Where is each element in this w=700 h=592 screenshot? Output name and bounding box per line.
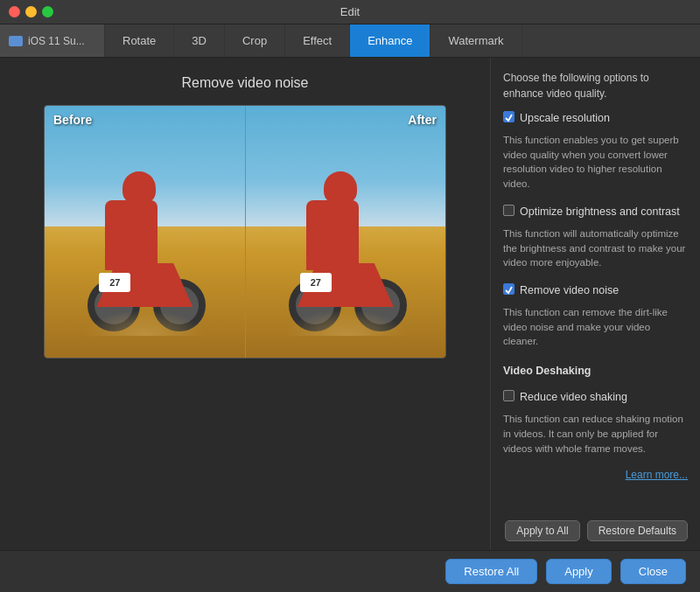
rider-shape-before: 27 bbox=[83, 165, 206, 340]
after-image: 27 bbox=[246, 106, 446, 358]
upscale-desc: This function enables you to get superb … bbox=[503, 133, 688, 192]
option-upscale-row: Upscale resolution bbox=[503, 110, 688, 126]
before-image: 27 bbox=[45, 106, 245, 358]
tab-watermark[interactable]: Watermark bbox=[430, 24, 522, 57]
deshake-desc: This function can reduce shaking motion … bbox=[503, 412, 688, 456]
apply-to-all-button[interactable]: Apply to All bbox=[505, 520, 579, 541]
sidebar-tab[interactable]: iOS 11 Su... bbox=[0, 24, 105, 57]
noise-desc: This function can remove the dirt-like v… bbox=[503, 305, 688, 349]
deshaking-heading: Video Deshaking bbox=[503, 363, 688, 379]
brightness-desc: This function will automatically optimiz… bbox=[503, 226, 688, 270]
before-after-preview: Before 27 After bbox=[44, 105, 446, 359]
section-intro: Choose the following options to enhance … bbox=[503, 70, 688, 101]
number-plate-after: 27 bbox=[300, 273, 332, 292]
learn-more-link[interactable]: Learn more... bbox=[503, 468, 688, 483]
close-button[interactable]: Close bbox=[620, 559, 686, 584]
option-deshake-row: Reduce video shaking bbox=[503, 389, 688, 405]
option-noise-row: Remove video noise bbox=[503, 282, 688, 298]
tab-rotate[interactable]: Rotate bbox=[105, 24, 174, 57]
dust-before bbox=[83, 310, 206, 336]
right-panel: Choose the following options to enhance … bbox=[490, 58, 700, 550]
before-label: Before bbox=[53, 113, 92, 127]
before-pane: Before 27 bbox=[45, 106, 246, 358]
noise-label: Remove video noise bbox=[520, 282, 619, 298]
sidebar-tab-icon bbox=[9, 36, 23, 46]
tab-enhance[interactable]: Enhance bbox=[350, 24, 430, 57]
tab-effect[interactable]: Effect bbox=[285, 24, 350, 57]
title-bar: Edit bbox=[0, 0, 700, 24]
rider-body-after bbox=[306, 200, 359, 270]
rider-helmet-after bbox=[324, 171, 357, 205]
deshake-label: Reduce video shaking bbox=[520, 389, 627, 405]
rider-helmet bbox=[122, 171, 156, 205]
upscale-checkbox[interactable] bbox=[503, 111, 514, 122]
upscale-label: Upscale resolution bbox=[520, 110, 610, 126]
restore-all-button[interactable]: Restore All bbox=[445, 559, 537, 584]
window-controls bbox=[9, 6, 53, 17]
left-panel: Remove video noise Before 27 bbox=[0, 58, 490, 550]
tab-bar: iOS 11 Su... Rotate 3D Crop Effect Enhan… bbox=[0, 24, 700, 58]
restore-defaults-button[interactable]: Restore Defaults bbox=[587, 520, 688, 541]
tab-crop[interactable]: Crop bbox=[225, 24, 285, 57]
minimize-window-button[interactable] bbox=[25, 6, 37, 17]
number-plate-before: 27 bbox=[99, 273, 130, 292]
action-buttons: Apply to All Restore Defaults bbox=[503, 515, 688, 541]
noise-checkbox[interactable] bbox=[503, 283, 514, 295]
window-title: Edit bbox=[340, 5, 360, 18]
brightness-checkbox[interactable] bbox=[503, 205, 514, 216]
deshaking-section: Video Deshaking bbox=[503, 363, 688, 379]
rider-shape-after: 27 bbox=[284, 165, 407, 340]
main-content: Remove video noise Before 27 bbox=[0, 58, 700, 550]
bottom-bar: Restore All Apply Close bbox=[0, 550, 700, 592]
close-window-button[interactable] bbox=[9, 6, 20, 17]
maximize-window-button[interactable] bbox=[42, 6, 53, 17]
option-brightness-row: Optimize brightness and contrast bbox=[503, 204, 688, 219]
after-label: After bbox=[408, 113, 437, 127]
apply-button[interactable]: Apply bbox=[546, 559, 612, 584]
after-pane: After 27 bbox=[246, 106, 446, 358]
tabs-container: Rotate 3D Crop Effect Enhance Watermark bbox=[105, 24, 700, 57]
brightness-label: Optimize brightness and contrast bbox=[520, 204, 680, 219]
sidebar-tab-label: iOS 11 Su... bbox=[28, 35, 85, 47]
tab-3d[interactable]: 3D bbox=[174, 24, 225, 57]
deshake-checkbox[interactable] bbox=[503, 390, 514, 401]
dust-after bbox=[284, 310, 407, 336]
preview-title: Remove video noise bbox=[182, 75, 309, 91]
rider-body bbox=[105, 200, 158, 270]
